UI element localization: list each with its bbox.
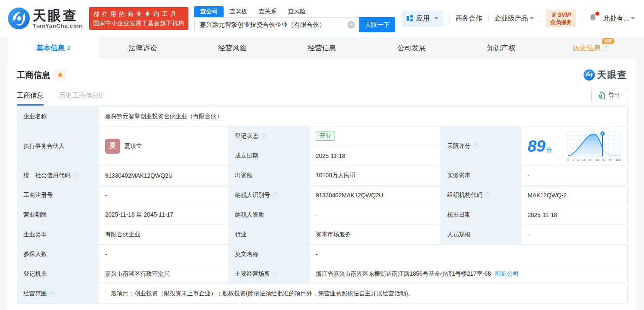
tab-operating-risk[interactable]: 经营风险 <box>188 37 277 59</box>
company-type-value: 有限合伙企业 <box>99 225 229 245</box>
business-info-table: 企业名称 嘉兴黔元智擎创业投资合伙企业（有限合伙） 执行事务合伙人 夏 夏顶立 … <box>17 106 627 304</box>
exec-partner-value: 夏 夏顶立 <box>99 127 229 166</box>
field-label: 天眼评分? <box>441 127 521 166</box>
field-label: 登记机关 <box>17 264 99 284</box>
help-icon[interactable]: ? <box>484 192 491 199</box>
score-axis-labels: 0131550859799100 <box>567 158 621 162</box>
taxpayer-qual-value: - <box>309 205 441 225</box>
subtab-business-registration[interactable]: 工商信息 <box>17 91 44 106</box>
help-icon[interactable]: ? <box>272 271 278 277</box>
enterprise-products-link[interactable]: 企业级产品 <box>495 14 534 23</box>
header-right-menu: 应用 商务合作 企业级产品 ♛ SVIP 会员服务 此处有... <box>402 10 635 27</box>
help-icon[interactable]: ? <box>473 143 479 149</box>
svip-sublabel: 会员服务 <box>550 18 572 26</box>
business-scope-value: 一般项目：创业投资（限投资未上市企业）；股权投资(除依法须经批准的项目外，凭营业… <box>99 284 628 304</box>
search-tab-company[interactable]: 查公司 <box>194 6 224 17</box>
tab-label: 法律诉讼 <box>129 43 157 53</box>
field-label: 参保人数 <box>17 245 99 264</box>
field-label: 组织机构代码? <box>441 186 521 205</box>
search-tab-relation[interactable]: 查关系 <box>253 6 282 17</box>
business-cooperation-link[interactable]: 商务合作 <box>456 14 482 23</box>
contribution-value: 10100万人民币 <box>309 166 441 186</box>
tab-legal-proceedings[interactable]: 法律诉讼 <box>98 37 188 59</box>
divider <box>540 15 540 22</box>
reg-number-value: - <box>99 186 229 205</box>
tab-label: 公司发展 <box>397 43 426 53</box>
tyc-score-value: 89分 <box>521 127 628 166</box>
watermark-logo-text: 天眼查 <box>597 69 627 81</box>
notification-bell-icon[interactable] <box>588 13 598 24</box>
staff-size-value: - <box>521 225 628 245</box>
field-label: 登记状态? <box>229 127 309 146</box>
credit-code-value: 91330402MAK12QWQ2U <box>99 166 229 186</box>
nearby-companies-link[interactable]: 附近公司 <box>495 270 519 278</box>
field-label: 执行事务合伙人 <box>17 127 99 166</box>
field-label: 主要经营场所? <box>229 264 309 284</box>
svip-member-button[interactable]: ♛ SVIP 会员服务 <box>546 10 576 27</box>
reg-status-value: 开业 <box>309 127 441 146</box>
tab-label: 基本信息 <box>36 43 64 53</box>
tab-label: 经营信息 <box>308 43 336 53</box>
search-tabs: 查公司 查老板 查关系 查风险 <box>194 5 395 17</box>
score-distribution-chart: 0131550859799100 <box>567 131 621 162</box>
tab-label: 经营风险 <box>218 43 247 53</box>
notification-dot <box>595 12 599 16</box>
vip-badge: VIP <box>602 38 614 44</box>
search-tab-boss[interactable]: 查老板 <box>224 6 253 17</box>
field-label: 经营范围? <box>17 284 99 304</box>
help-icon[interactable]: ? <box>72 173 79 179</box>
tab-label: 历史信息 <box>572 43 601 53</box>
search-input[interactable] <box>194 17 359 32</box>
field-label: 人员规模 <box>441 225 521 245</box>
field-label: 统一社会信用代码? <box>17 166 99 186</box>
insured-count-value: - <box>99 245 229 264</box>
exec-partner-name[interactable]: 夏顶立 <box>124 142 142 150</box>
apps-menu-button[interactable]: 应用 <box>402 10 443 27</box>
enterprise-products-label: 企业级产品 <box>495 14 528 23</box>
help-icon[interactable]: ? <box>260 133 267 140</box>
search-module: 查公司 查老板 查关系 查风险 ✕ 天眼一下 <box>194 5 395 32</box>
clear-search-icon[interactable]: ✕ <box>348 21 355 28</box>
taxpayer-id-value: 91330402MAK12QWQ2U <box>309 186 441 205</box>
help-icon[interactable]: ? <box>49 291 55 297</box>
divider <box>449 15 450 22</box>
search-button[interactable]: 天眼一下 <box>359 17 395 32</box>
field-label: 出资额 <box>229 166 309 186</box>
tab-company-development[interactable]: 公司发展 <box>367 37 456 59</box>
divider <box>488 15 489 22</box>
tianyancha-logo[interactable]: 天眼查 TianYanCha.com <box>8 7 82 30</box>
chevron-down-icon <box>434 17 438 20</box>
user-menu[interactable]: 此处有... <box>603 14 635 23</box>
company-nav-tabs: 基本信息 2 法律诉讼 经营风险 经营信息 公司发展 知识产权 VIP 历史信息… <box>0 37 644 59</box>
main-content: 工商信息 天眼查 工商信息 历史工商信息0 X <box>8 59 636 310</box>
field-label: 核准日期 <box>441 205 521 225</box>
tab-count-badge: 2 <box>67 45 70 51</box>
reg-authority-value: 嘉兴市南湖区行政审批局 <box>99 264 229 284</box>
paid-capital-value: - <box>521 166 628 186</box>
avatar: 夏 <box>105 139 120 154</box>
watermark-logo: 天眼查 <box>583 69 627 81</box>
field-label: 成立日期 <box>229 146 309 166</box>
export-button[interactable]: X 导出 <box>591 88 627 103</box>
help-icon[interactable]: ? <box>603 45 609 51</box>
establish-date-value: 2025-11-18 <box>309 146 441 166</box>
subtab-history-registration[interactable]: 历史工商信息0 <box>59 91 103 106</box>
chevron-down-icon <box>631 17 635 20</box>
tab-business-info[interactable]: 经营信息 <box>277 37 367 59</box>
monitor-bell-icon[interactable] <box>54 70 65 80</box>
help-icon[interactable]: ? <box>272 192 278 199</box>
section-title: 工商信息 <box>17 70 50 81</box>
tianyancha-logo-icon <box>8 7 30 30</box>
status-badge: 开业 <box>316 132 335 141</box>
username: 此处有... <box>603 14 629 23</box>
business-site-value: 浙江省嘉兴市南湖区东栅街道南江路1856号基金小镇1号楼217室-68 附近公司 <box>309 264 628 284</box>
score-number: 89分 <box>528 138 552 154</box>
export-label: 导出 <box>608 92 620 99</box>
tab-history-info[interactable]: VIP 历史信息 ? <box>546 37 636 59</box>
tab-intellectual-property[interactable]: 知识产权 <box>456 37 546 59</box>
promo-banner: 都在用的商业查询工具 国家中小企业发展子基金旗下机构 <box>89 7 189 30</box>
tab-basic-info[interactable]: 基本信息 2 <box>8 37 98 59</box>
search-tab-risk[interactable]: 查风险 <box>282 6 312 17</box>
promo-line1: 都在用的商业查询工具 <box>93 9 185 18</box>
english-name-value: - <box>309 245 628 264</box>
